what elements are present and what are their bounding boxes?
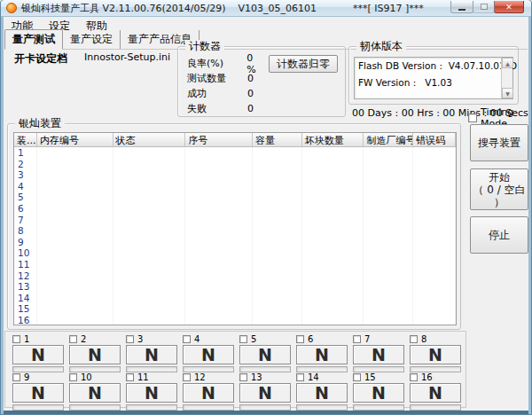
column-header[interactable]: 制造厂编号/产...: [364, 133, 413, 146]
close-icon: ✕: [505, 3, 512, 12]
cell-error-code: [413, 225, 456, 237]
cell-capacity: [253, 247, 302, 259]
slot-checkbox[interactable]: [239, 335, 247, 343]
timing-mode-checkbox[interactable]: [468, 114, 477, 122]
slot-checkbox[interactable]: [353, 373, 361, 381]
table-row[interactable]: 2: [14, 159, 456, 170]
cell-serial: [185, 225, 253, 237]
cell-capacity: [253, 181, 302, 192]
slot-checkbox[interactable]: [12, 335, 20, 343]
slot-header: 2: [69, 333, 121, 344]
column-header[interactable]: 装...: [14, 133, 37, 146]
start-button[interactable]: 开始 （ 0 / 空白 ）: [470, 168, 528, 210]
table-row[interactable]: 16: [14, 315, 456, 325]
cell-status: [113, 225, 186, 237]
slot-status: N: [239, 345, 291, 364]
slot-checkbox[interactable]: [410, 335, 418, 343]
column-header[interactable]: 状态: [113, 133, 186, 146]
slot-number: 1: [24, 334, 29, 344]
slot-checkbox[interactable]: [296, 373, 304, 381]
cell-vendor-id: [364, 181, 413, 192]
slot-checkbox[interactable]: [69, 373, 77, 381]
cell-bad-blocks: [302, 169, 364, 181]
table-row[interactable]: 5: [14, 192, 456, 203]
scrollbar[interactable]: ▲ ▼: [501, 58, 512, 98]
slot-number: 10: [81, 372, 92, 382]
slot-checkbox[interactable]: [12, 373, 20, 381]
column-header[interactable]: 序号: [185, 133, 253, 146]
cell-error-code: [413, 259, 456, 270]
slot-checkbox[interactable]: [183, 335, 191, 343]
slot-header: 8: [410, 333, 461, 344]
cell-error-code: [413, 281, 456, 293]
slot-status: N: [183, 345, 234, 364]
slot: 5 N: [237, 333, 293, 371]
slot-progress-bar: [69, 404, 121, 411]
table-row[interactable]: 3: [14, 169, 456, 181]
cell-capacity: [253, 293, 302, 304]
column-header[interactable]: 容量: [253, 133, 302, 146]
table-row[interactable]: 12: [14, 270, 456, 282]
tab-production-settings[interactable]: 量产设定: [63, 30, 121, 49]
table-row[interactable]: 14: [14, 293, 456, 304]
cell-vendor-id: [364, 259, 413, 270]
table-row[interactable]: 1: [14, 147, 456, 159]
table-row[interactable]: 10: [14, 247, 456, 259]
table-row[interactable]: 9: [14, 237, 456, 248]
firmware-info-box: Flash DB Version : V4.07.10.01_O FW Vers…: [354, 57, 513, 99]
search-devices-button[interactable]: 搜寻装置: [470, 124, 528, 161]
cell-status: [113, 159, 186, 170]
slot: 4 N: [180, 333, 237, 371]
slot-number: 16: [421, 372, 433, 382]
cell-vendor-id: [364, 225, 413, 237]
table-row[interactable]: 11: [14, 259, 456, 270]
cell-status: [113, 281, 186, 293]
slot-checkbox[interactable]: [353, 335, 361, 343]
cell-memory-id: [37, 225, 113, 237]
cell-port: 6: [14, 203, 37, 215]
close-button[interactable]: ✕: [494, 1, 524, 13]
table-row[interactable]: 4: [14, 181, 456, 192]
scroll-down-icon[interactable]: ▼: [502, 88, 513, 98]
counter-label: 失败: [187, 102, 239, 115]
scroll-up-icon[interactable]: ▲: [502, 58, 513, 68]
minimize-button[interactable]: [450, 1, 473, 13]
column-header[interactable]: 错误码: [413, 133, 456, 146]
cell-memory-id: [37, 147, 113, 159]
cell-capacity: [253, 147, 302, 159]
column-header[interactable]: 内存编号: [37, 133, 113, 146]
counter-reset-button[interactable]: 计数器归零: [269, 55, 338, 73]
stop-button[interactable]: 停止: [470, 216, 528, 254]
table-row[interactable]: 6: [14, 203, 456, 215]
slot-checkbox[interactable]: [69, 335, 77, 343]
slot-checkbox[interactable]: [183, 373, 191, 381]
table-row[interactable]: 8: [14, 225, 456, 237]
slot-checkbox[interactable]: [239, 373, 247, 381]
slot: 15 N: [350, 372, 407, 409]
table-row[interactable]: 7: [14, 215, 456, 226]
cell-vendor-id: [364, 159, 413, 170]
cell-vendor-id: [364, 293, 413, 304]
slot-checkbox[interactable]: [126, 335, 134, 343]
slot: 6 N: [293, 333, 350, 371]
slot-checkbox[interactable]: [296, 335, 304, 343]
column-header[interactable]: 坏块数量: [302, 133, 364, 146]
slot-checkbox[interactable]: [410, 373, 418, 381]
cell-port: 2: [14, 159, 37, 170]
cell-memory-id: [37, 203, 113, 215]
cell-port: 4: [14, 181, 37, 192]
table-row[interactable]: 15: [14, 303, 456, 315]
cell-error-code: [413, 247, 456, 259]
cell-memory-id: [37, 169, 113, 181]
slot-status: N: [69, 383, 121, 403]
slot-checkbox[interactable]: [126, 373, 134, 381]
cell-serial: [185, 147, 253, 159]
cell-serial: [185, 259, 253, 270]
tab-production-test[interactable]: 量产测试: [4, 29, 63, 50]
slot-status: N: [126, 345, 177, 364]
slot-number: 2: [81, 334, 86, 344]
cell-serial: [185, 169, 253, 181]
table-row[interactable]: 13: [14, 281, 456, 293]
cell-capacity: [253, 237, 302, 248]
slot: 1 N: [10, 333, 66, 371]
